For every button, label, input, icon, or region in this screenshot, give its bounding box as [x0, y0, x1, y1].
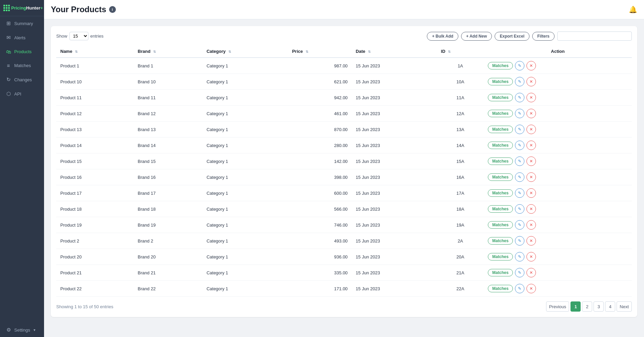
col-category[interactable]: Category ⇅: [203, 45, 288, 58]
delete-button[interactable]: ✕: [526, 93, 536, 102]
delete-button[interactable]: ✕: [526, 109, 536, 118]
sidebar-item-summary[interactable]: ⊞ Summary: [0, 16, 44, 30]
matches-button[interactable]: Matches: [488, 221, 513, 229]
edit-icon: ✎: [518, 159, 521, 164]
col-id[interactable]: ID ⇅: [437, 45, 484, 58]
matches-button[interactable]: Matches: [488, 269, 513, 276]
export-excel-button[interactable]: Export Excel: [495, 32, 529, 41]
edit-button[interactable]: ✎: [515, 77, 524, 86]
edit-button[interactable]: ✎: [515, 252, 524, 261]
matches-icon: ≡: [5, 63, 12, 68]
show-entries-control: Show 15 10 25 50 100 entries: [56, 32, 104, 40]
cell-price: 936.00: [288, 249, 352, 265]
next-page-button[interactable]: Next: [617, 301, 632, 312]
cell-id: 20A: [437, 249, 484, 265]
cell-brand: Brand 2: [134, 233, 203, 249]
matches-button[interactable]: Matches: [488, 285, 513, 292]
page-button-1[interactable]: 1: [570, 301, 581, 312]
notification-bell-icon[interactable]: 🔔: [629, 5, 637, 14]
delete-button[interactable]: ✕: [526, 252, 536, 261]
matches-button[interactable]: Matches: [488, 78, 513, 85]
cell-category: Category 1: [203, 153, 288, 169]
edit-button[interactable]: ✎: [515, 61, 524, 70]
edit-button[interactable]: ✎: [515, 284, 524, 293]
table-row: Product 15 Brand 15 Category 1 142.00 15…: [56, 153, 632, 169]
matches-button[interactable]: Matches: [488, 62, 513, 69]
cell-category: Category 1: [203, 249, 288, 265]
delete-button[interactable]: ✕: [526, 141, 536, 150]
sidebar-item-label: Settings: [14, 328, 30, 333]
info-icon[interactable]: i: [109, 6, 116, 13]
delete-button[interactable]: ✕: [526, 156, 536, 166]
matches-button[interactable]: Matches: [488, 205, 513, 213]
matches-button[interactable]: Matches: [488, 126, 513, 133]
sidebar-item-settings[interactable]: ⚙ Settings ▾: [0, 323, 44, 337]
delete-button[interactable]: ✕: [526, 188, 536, 198]
edit-button[interactable]: ✎: [515, 204, 524, 214]
delete-button[interactable]: ✕: [526, 125, 536, 134]
search-input[interactable]: [557, 31, 632, 41]
show-label: Show: [56, 34, 67, 39]
edit-button[interactable]: ✎: [515, 125, 524, 134]
edit-icon: ✎: [518, 127, 521, 132]
cell-date: 15 Jun 2023: [352, 233, 437, 249]
page-button-4[interactable]: 4: [605, 301, 615, 312]
filters-button[interactable]: Filters: [532, 32, 555, 41]
delete-icon: ✕: [529, 95, 533, 100]
bulk-add-button[interactable]: + Bulk Add: [427, 32, 458, 41]
delete-button[interactable]: ✕: [526, 204, 536, 214]
page-button-3[interactable]: 3: [594, 301, 604, 312]
delete-button[interactable]: ✕: [526, 268, 536, 277]
edit-button[interactable]: ✎: [515, 172, 524, 182]
edit-button[interactable]: ✎: [515, 156, 524, 166]
logo[interactable]: PricingHunter+: [0, 0, 44, 16]
sidebar-item-alerts[interactable]: ✉ Alerts: [0, 30, 44, 45]
delete-button[interactable]: ✕: [526, 172, 536, 182]
cell-action: Matches ✎ ✕: [484, 265, 632, 281]
sidebar-item-products[interactable]: 🛍 Products: [0, 45, 44, 59]
edit-button[interactable]: ✎: [515, 188, 524, 198]
edit-button[interactable]: ✎: [515, 220, 524, 230]
matches-button[interactable]: Matches: [488, 157, 513, 165]
page-button-2[interactable]: 2: [582, 301, 592, 312]
col-date[interactable]: Date ⇅: [352, 45, 437, 58]
delete-icon: ✕: [529, 175, 533, 180]
sidebar-item-api[interactable]: ⬡ API: [0, 87, 44, 101]
matches-button[interactable]: Matches: [488, 173, 513, 181]
col-brand[interactable]: Brand ⇅: [134, 45, 203, 58]
cell-price: 566.00: [288, 201, 352, 217]
cell-name: Product 11: [56, 90, 134, 106]
col-price[interactable]: Price ⇅: [288, 45, 352, 58]
matches-button[interactable]: Matches: [488, 253, 513, 260]
edit-button[interactable]: ✎: [515, 236, 524, 246]
delete-icon: ✕: [529, 223, 533, 227]
delete-button[interactable]: ✕: [526, 61, 536, 70]
cell-id: 22A: [437, 281, 484, 297]
delete-button[interactable]: ✕: [526, 236, 536, 246]
cell-name: Product 14: [56, 138, 134, 153]
cell-brand: Brand 10: [134, 74, 203, 90]
matches-button[interactable]: Matches: [488, 110, 513, 117]
matches-button[interactable]: Matches: [488, 94, 513, 101]
matches-button[interactable]: Matches: [488, 237, 513, 245]
edit-button[interactable]: ✎: [515, 93, 524, 102]
delete-button[interactable]: ✕: [526, 284, 536, 293]
matches-button[interactable]: Matches: [488, 189, 513, 197]
page-title-text: Your Products: [51, 5, 106, 14]
add-new-button[interactable]: + Add New: [461, 32, 492, 41]
col-name[interactable]: Name ⇅: [56, 45, 134, 58]
entries-select[interactable]: 15 10 25 50 100: [69, 32, 88, 40]
sidebar-item-changes[interactable]: ↻ Changes: [0, 72, 44, 87]
edit-button[interactable]: ✎: [515, 141, 524, 150]
cell-date: 15 Jun 2023: [352, 169, 437, 185]
previous-page-button[interactable]: Previous: [546, 301, 569, 312]
delete-button[interactable]: ✕: [526, 220, 536, 230]
sidebar-item-matches[interactable]: ≡ Matches: [0, 59, 44, 72]
delete-button[interactable]: ✕: [526, 77, 536, 86]
cell-category: Category 1: [203, 265, 288, 281]
cell-price: 142.00: [288, 153, 352, 169]
edit-button[interactable]: ✎: [515, 268, 524, 277]
edit-button[interactable]: ✎: [515, 109, 524, 118]
matches-button[interactable]: Matches: [488, 142, 513, 149]
cell-brand: Brand 13: [134, 122, 203, 138]
